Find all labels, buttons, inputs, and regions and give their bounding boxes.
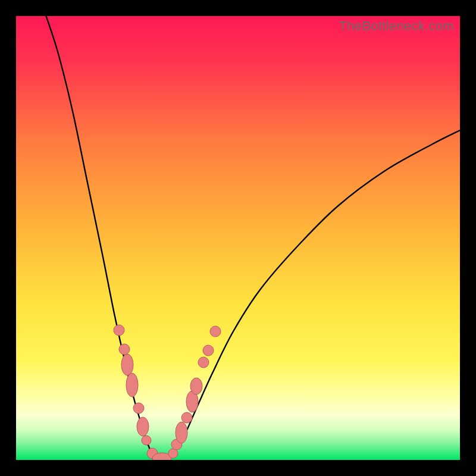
curve-markers-group <box>114 325 221 460</box>
bottleneck-curve <box>44 16 460 459</box>
curve-marker <box>142 436 151 445</box>
plot-frame: TheBottleneck.com <box>16 16 460 460</box>
curve-marker <box>133 403 144 414</box>
curve-marker <box>203 345 214 356</box>
curve-marker <box>198 357 209 368</box>
curve-marker <box>121 354 133 375</box>
curve-marker <box>137 417 149 436</box>
curve-marker <box>119 344 130 355</box>
curve-marker <box>210 326 221 337</box>
curve-marker <box>126 373 138 397</box>
curve-marker <box>181 412 192 423</box>
curve-marker <box>176 422 187 443</box>
bottleneck-curve-layer <box>16 16 460 460</box>
watermark-text: TheBottleneck.com <box>339 18 454 34</box>
curve-marker <box>114 325 124 336</box>
curve-marker <box>190 378 202 394</box>
